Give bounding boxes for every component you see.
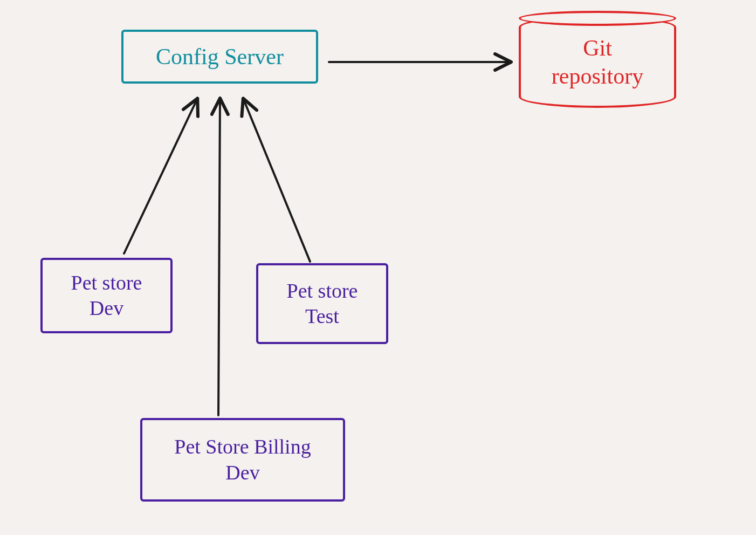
config-server-label: Config Server xyxy=(156,43,284,71)
git-repository-node: Git repository xyxy=(519,16,676,108)
pet-store-billing-dev-label: Pet Store Billing Dev xyxy=(174,434,311,485)
pet-store-dev-label: Pet store Dev xyxy=(71,270,142,321)
git-repository-label: Git repository xyxy=(552,34,643,91)
diagram-canvas: Config Server Git repository Pet store D… xyxy=(0,0,756,535)
arrow-pet_store_billing_dev-to-config_server xyxy=(218,100,220,415)
config-server-node: Config Server xyxy=(121,30,318,84)
pet-store-dev-node: Pet store Dev xyxy=(40,258,173,333)
pet-store-test-label: Pet store Test xyxy=(287,278,358,330)
arrow-pet_store_test-to-config_server xyxy=(244,100,310,262)
pet-store-test-node: Pet store Test xyxy=(256,263,388,344)
pet-store-billing-dev-node: Pet Store Billing Dev xyxy=(140,418,345,502)
arrow-pet_store_dev-to-config_server xyxy=(124,100,197,253)
